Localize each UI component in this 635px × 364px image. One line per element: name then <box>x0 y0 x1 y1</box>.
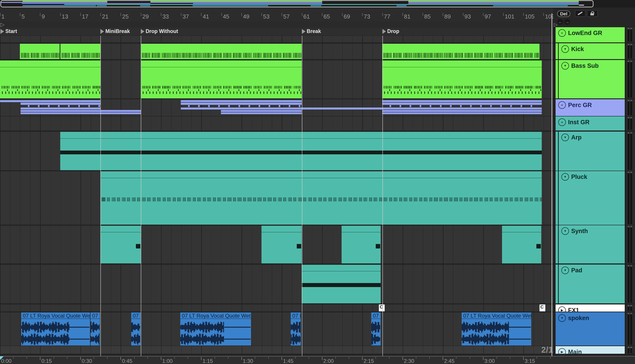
song-start-marker-icon[interactable]: ▷ <box>1 22 5 28</box>
audio-clip[interactable]: 07 LT Roya Vocal Quote Wet - Cl <box>462 312 531 346</box>
group-unfold-icon[interactable]: ≡ <box>558 118 566 126</box>
track-lane-kick[interactable] <box>0 44 553 59</box>
track-header-synth[interactable]: ▼Synth <box>558 225 625 264</box>
track-lane-inst-gr[interactable] <box>0 116 553 130</box>
track-fold-open-icon[interactable]: ▼ <box>561 227 569 235</box>
delete-button[interactable]: Del <box>557 10 570 17</box>
clip[interactable] <box>262 226 302 264</box>
time-ruler-tick <box>148 357 148 359</box>
track-fold-open-icon[interactable]: ▼ <box>561 173 569 181</box>
clip[interactable] <box>382 44 539 59</box>
clip[interactable] <box>141 60 302 98</box>
add-locator-icon[interactable]: ▷ <box>554 22 557 28</box>
clip[interactable] <box>502 226 541 264</box>
track-header-arp[interactable]: ▼Arp <box>558 132 625 170</box>
track-lane-main[interactable] <box>0 346 553 354</box>
track-header-inst-gr[interactable]: ≡Inst GR <box>555 116 625 130</box>
clip[interactable] <box>302 265 381 303</box>
locator-label: Drop <box>387 28 399 34</box>
track-header-pluck[interactable]: ▼Pluck <box>558 171 625 225</box>
group-unfold-icon[interactable]: ≡ <box>558 29 566 37</box>
track-header-spoken[interactable]: ▼spoken <box>555 312 625 346</box>
perc-hit <box>228 105 230 107</box>
track-fold-open-icon[interactable]: ▼ <box>558 314 566 322</box>
back-arrow-button[interactable]: ← <box>557 19 563 25</box>
perc-clip-lane[interactable] <box>221 110 302 112</box>
clip[interactable] <box>141 44 302 59</box>
audio-clip[interactable]: 07 LT Roya Vocal Quote Wet - Cl <box>291 312 301 346</box>
track-header-fx1[interactable]: ▶FX1 <box>555 304 625 312</box>
perc-clip-lane[interactable] <box>382 102 542 105</box>
track-header-kick[interactable]: ▼Kick <box>558 43 625 59</box>
audio-clip[interactable]: 07 LT Roya Vocal Quote Wet - Cl <box>21 312 90 346</box>
clip[interactable] <box>20 44 60 59</box>
arrangement-overview[interactable] <box>0 0 635 8</box>
track-fold-open-icon[interactable]: ▼ <box>561 134 569 141</box>
track-header-main[interactable]: ▶Main <box>555 346 625 354</box>
perc-clip-lane[interactable] <box>21 102 100 105</box>
track-lane-synth[interactable] <box>0 226 553 264</box>
track-meter <box>626 43 635 59</box>
perc-clip-lane[interactable] <box>181 100 302 102</box>
track-lane-spoken[interactable]: 07 LT Roya Vocal Quote Wet - Cl07 LT Roy… <box>0 312 553 346</box>
track-lane-perc-gr[interactable] <box>0 99 553 116</box>
track-header-bass-sub[interactable]: ▼Bass Sub <box>558 60 625 98</box>
forward-arrow-button[interactable]: → <box>564 19 570 25</box>
clip[interactable] <box>382 60 542 98</box>
lock-envelopes-button[interactable] <box>587 10 598 17</box>
track-lane-bass-sub[interactable] <box>0 60 553 98</box>
locator-flag[interactable]: Drop Without <box>141 28 178 34</box>
perc-clip-lane[interactable] <box>0 100 100 102</box>
scrub-lane[interactable]: ▷ <box>0 22 553 28</box>
perc-clip-lane[interactable] <box>382 110 542 112</box>
group-unfold-icon[interactable]: ≡ <box>558 101 566 109</box>
bar-ruler[interactable]: 1591317212529333741454953576165697377818… <box>0 8 553 22</box>
track-header-lowend-gr[interactable]: ≡LowEnd GR <box>555 27 625 42</box>
fx-clip[interactable]: C <box>379 304 385 311</box>
perc-clip-lane[interactable] <box>221 112 302 114</box>
clip[interactable] <box>60 132 542 170</box>
track-name: Kick <box>571 46 584 53</box>
perc-clip-lane[interactable] <box>21 112 141 114</box>
bar-ruler-number: 13 <box>62 13 68 20</box>
playhead-marker[interactable] <box>0 356 4 360</box>
clip[interactable] <box>61 44 100 59</box>
time-ruler[interactable]: 1.00x H W 0:000:150:300:451:001:151:301:… <box>0 356 635 364</box>
perc-clip-lane[interactable] <box>21 108 100 110</box>
track-header-pad[interactable]: ▼Pad <box>558 264 625 303</box>
locator-row[interactable]: StartMiniBreakDrop WithoutBreakDrop <box>0 28 553 36</box>
locator-flag[interactable]: Start <box>1 28 17 34</box>
time-ruler-tick <box>416 357 416 359</box>
perc-clip-lane[interactable] <box>181 108 542 110</box>
locator-flag-icon <box>141 29 144 34</box>
perc-clip-lane[interactable] <box>382 100 542 102</box>
clip[interactable] <box>100 171 542 224</box>
track-name: Perc GR <box>568 102 592 108</box>
track-fold-open-icon[interactable]: ▼ <box>561 62 569 70</box>
track-lane-pad[interactable] <box>0 265 553 303</box>
track-lane-fx1[interactable]: CC <box>0 304 553 311</box>
track-lane-lowend-gr[interactable] <box>0 36 553 42</box>
locator-flag[interactable]: Drop <box>382 28 399 34</box>
perc-clip-lane[interactable] <box>382 112 542 114</box>
audio-clip[interactable]: 07 LT Roya Vocal Quote Wet - Cl <box>371 312 381 346</box>
perc-clip-lane[interactable] <box>181 102 302 105</box>
clip[interactable] <box>100 226 141 264</box>
track-fold-open-icon[interactable]: ▼ <box>561 45 569 53</box>
audio-clip[interactable]: 07 LT Roya Vocal Quote Wet - Cl <box>131 312 141 346</box>
clip[interactable] <box>342 226 381 264</box>
track-fold-open-icon[interactable]: ▼ <box>561 266 569 274</box>
locator-flag[interactable]: MiniBreak <box>100 28 130 34</box>
clip[interactable] <box>0 60 100 98</box>
perc-clip-lane[interactable] <box>21 110 141 112</box>
track-lane-arp[interactable] <box>0 132 553 170</box>
fx-clip[interactable]: C <box>539 304 545 311</box>
track-header-perc-gr[interactable]: ≡Perc GR <box>555 99 625 116</box>
locator-flag[interactable]: Break <box>302 28 321 34</box>
audio-clip[interactable]: 07 LT Roya Vocal Quote Wet - Cl <box>91 312 100 346</box>
track-fold-closed-icon[interactable]: ▶ <box>558 348 566 356</box>
audio-clip[interactable]: 07 LT Roya Vocal Quote Wet - Cl <box>180 312 251 346</box>
overview-viewport[interactable] <box>1 0 593 7</box>
track-lane-pluck[interactable] <box>0 171 553 224</box>
draw-mode-button[interactable] <box>575 10 585 17</box>
